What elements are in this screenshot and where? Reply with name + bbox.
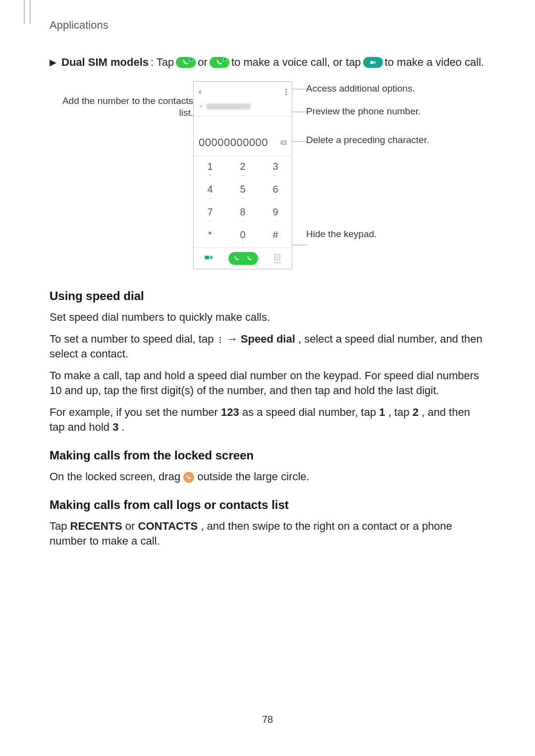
speed-p4c: as a speed dial number, tap (242, 406, 379, 418)
right-callouts: Access additional options. Preview the p… (292, 81, 485, 252)
speed-p2: To set a number to speed dial, tap → Spe… (50, 332, 485, 361)
handle-icon (273, 262, 281, 263)
key-1[interactable]: 1∞ (194, 156, 226, 179)
video-icon[interactable] (204, 253, 213, 264)
speed-p2b: → (227, 333, 241, 345)
sim1-badge (189, 57, 193, 61)
callout-preview-number: Preview the phone number. (306, 106, 485, 117)
heading-speed-dial: Using speed dial (50, 289, 485, 303)
number-row: 00000000000 (194, 116, 292, 156)
page-side-tab (24, 0, 31, 24)
add-to-contacts-row[interactable]: + (194, 101, 292, 116)
svg-rect-7 (205, 255, 210, 259)
key-9[interactable]: 9— (259, 202, 292, 225)
locked-p1a: On the locked screen, drag (50, 470, 183, 483)
page-content: ▶ Dual SIM models : Tap or to make a voi… (50, 55, 485, 555)
logs-p1b: RECENTS (70, 520, 122, 532)
callout-add-contacts: Add the number to the contacts list. (50, 95, 193, 119)
speed-p4b: 123 (221, 406, 239, 418)
phone-mock: ‹ + 00000000000 1∞ 2— 3— 4— 5— 6— 7— (193, 81, 292, 269)
phone-illustration-row: Add the number to the contacts list. ‹ +… (50, 81, 485, 269)
more-options-icon[interactable] (285, 89, 287, 95)
key-hash[interactable]: # (259, 225, 292, 248)
plus-icon: + (199, 102, 203, 111)
dual-t1: : Tap (151, 55, 174, 69)
more-vert-icon (217, 334, 224, 345)
dual-t2: or (198, 55, 208, 69)
speed-p4i: . (122, 421, 125, 433)
locked-p1: On the locked screen, drag outside the l… (50, 469, 485, 484)
dialed-number: 00000000000 (199, 136, 268, 149)
key-star[interactable]: * (194, 225, 226, 248)
dual-sim-line: ▶ Dual SIM models : Tap or to make a voi… (50, 55, 485, 69)
logs-p1: Tap RECENTS or CONTACTS , and then swipe… (50, 519, 485, 549)
speed-p4: For example, if you set the number 123 a… (50, 405, 485, 435)
call-sim1-small-icon (234, 255, 240, 261)
speed-p4d: 1 (379, 406, 385, 418)
dual-call-button[interactable] (228, 252, 258, 265)
key-8[interactable]: 8— (226, 202, 259, 225)
callout-delete-char: Delete a preceding character. (306, 135, 485, 146)
speed-p2c: Speed dial (241, 333, 295, 345)
key-4[interactable]: 4— (194, 179, 226, 202)
logs-p1d: CONTACTS (138, 520, 198, 532)
key-5[interactable]: 5— (226, 179, 259, 202)
hide-keypad-button[interactable] (273, 254, 281, 263)
speed-p1: Set speed dial numbers to quickly make c… (50, 310, 485, 325)
logs-p1c: or (125, 520, 138, 532)
callout-additional-options: Access additional options. (306, 83, 485, 94)
page-header: Applications (50, 19, 108, 32)
phone-topbar: ‹ (194, 82, 292, 101)
key-2[interactable]: 2— (226, 156, 259, 179)
dual-t4: to make a video call. (385, 55, 484, 69)
key-7[interactable]: 7— (194, 202, 226, 225)
locked-p1b: outside the large circle. (197, 470, 309, 483)
call-sim1-icon (176, 57, 196, 68)
call-sim2-icon (210, 57, 229, 68)
video-call-icon (363, 57, 383, 68)
phone-circle-icon (183, 472, 194, 483)
heading-locked-screen: Making calls from the locked screen (50, 449, 485, 462)
pointer-icon: ▶ (50, 55, 56, 69)
page-number: 78 (0, 714, 535, 725)
callout-hide-keypad: Hide the keypad. (306, 229, 485, 240)
left-callout: Add the number to the contacts list. (50, 81, 193, 119)
logs-p1a: Tap (50, 520, 70, 532)
speed-p4e: , tap (388, 406, 413, 418)
heading-call-logs: Making calls from call logs or contacts … (50, 498, 485, 512)
dual-t3: to make a voice call, or tap (231, 55, 361, 69)
phone-bottom-bar (194, 248, 292, 269)
svg-rect-0 (370, 61, 373, 64)
key-3[interactable]: 3— (259, 156, 292, 179)
keypad-grid-icon (274, 254, 280, 260)
keypad: 1∞ 2— 3— 4— 5— 6— 7— 8— 9— * 0+ # (194, 156, 292, 248)
call-sim2-small-icon (247, 255, 253, 261)
dual-sim-label: Dual SIM models (61, 55, 149, 69)
speed-p4a: For example, if you set the number (50, 406, 221, 418)
speed-p4f: 2 (413, 406, 419, 418)
sim2-badge (223, 57, 227, 61)
speed-p2a: To set a number to speed dial, tap (50, 333, 217, 345)
back-icon[interactable]: ‹ (199, 87, 202, 97)
speed-p3: To make a call, tap and hold a speed dia… (50, 368, 485, 398)
add-to-contacts-blur (206, 103, 251, 109)
speed-p4h: 3 (112, 421, 118, 433)
key-0[interactable]: 0+ (226, 225, 259, 248)
key-6[interactable]: 6— (259, 179, 292, 202)
delete-icon[interactable] (280, 139, 287, 147)
